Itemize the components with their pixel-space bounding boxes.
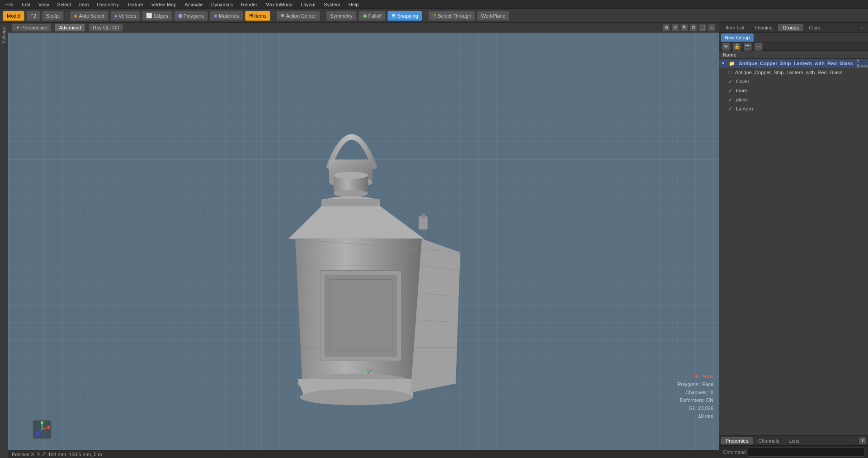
- symmetry-btn[interactable]: Symmetry: [326, 11, 357, 21]
- tab-add-btn[interactable]: +: [858, 24, 866, 31]
- auto-select-btn[interactable]: ◈ Auto Select: [70, 11, 108, 21]
- right-panel-tabs: Item List Shading Groups Clips +: [719, 23, 868, 33]
- menu-view[interactable]: View: [35, 1, 53, 8]
- deformers-label: Deformers: ON: [678, 396, 713, 405]
- svg-line-28: [368, 370, 373, 373]
- item-0-label: Antique_Copper_Ship_Lantern_with_Red_Gla…: [735, 70, 842, 75]
- scene-tree-header: 👁 🔒 📷 ⋯: [719, 43, 868, 51]
- svg-point-5: [334, 190, 368, 197]
- tree-item-4[interactable]: ✓ Lantern: [719, 104, 868, 113]
- name-column-header: Name: [719, 51, 868, 59]
- edges-btn[interactable]: ⬜ Edges: [142, 11, 172, 21]
- separator-4: [425, 11, 425, 20]
- tab-shading[interactable]: Shading: [750, 24, 777, 31]
- viewport-icon-6[interactable]: ≡: [708, 24, 715, 31]
- viewport-icon-5[interactable]: ⛶: [699, 24, 706, 31]
- menu-bar: File Edit View Select Item Geometry Text…: [0, 0, 868, 9]
- polygons-btn[interactable]: ◼ Polygons: [174, 11, 208, 21]
- menu-texture[interactable]: Texture: [123, 1, 147, 8]
- menu-dynamics[interactable]: Dynamics: [208, 1, 236, 8]
- menu-help[interactable]: Help: [345, 1, 363, 8]
- menu-render[interactable]: Render: [237, 1, 261, 8]
- tab-item-list[interactable]: Item List: [721, 24, 749, 31]
- gl-label: GL: 23,026: [678, 405, 713, 413]
- tree-render-btn[interactable]: 📷: [744, 43, 752, 51]
- tab-clips[interactable]: Clips: [804, 24, 824, 31]
- scene-tree: ▼ 📁 Antique_Copper_Ship_Lantern_with_Red…: [719, 59, 868, 247]
- menu-geometry[interactable]: Geometry: [93, 1, 122, 8]
- menu-maxtomodo[interactable]: MaxToModo: [262, 1, 296, 8]
- bpanel-tab-properties[interactable]: Properties: [721, 437, 753, 444]
- polygons-icon: ◼: [178, 13, 182, 19]
- bottom-panel-tabs: Properties Channels Lists + ⬆: [719, 435, 868, 445]
- viewport-icon-1[interactable]: ⊞: [663, 24, 670, 31]
- materials-btn[interactable]: ◈ Materials: [210, 11, 243, 21]
- right-panel: Item List Shading Groups Clips + New Gro…: [719, 23, 868, 458]
- bpanel-tab-lists[interactable]: Lists: [785, 437, 804, 444]
- action-center-icon: ⊕: [280, 13, 284, 19]
- separator-1: [66, 11, 67, 20]
- tree-lock-btn[interactable]: 🔒: [733, 43, 741, 51]
- no-items-label: No Items: [678, 372, 713, 381]
- bpanel-expand-btn[interactable]: ⬆: [859, 437, 866, 444]
- root-folder-icon: 📁: [729, 61, 735, 67]
- tab-groups[interactable]: Groups: [778, 24, 803, 31]
- groups-toolbar: New Group: [719, 33, 868, 43]
- viewport-icon-4[interactable]: ⊡: [690, 24, 697, 31]
- tree-eye-btn[interactable]: 👁: [722, 43, 730, 51]
- menu-file[interactable]: File: [2, 1, 17, 8]
- menu-edit[interactable]: Edit: [18, 1, 34, 8]
- vertices-btn[interactable]: ● Vertices: [110, 11, 141, 21]
- item-4-label: Lantern: [736, 106, 753, 111]
- item-4-check-icon: ✓: [728, 106, 732, 112]
- viewport-bottom-status: Position X, Y, Z: 194 mm, 160.5 mm, 0 m: [8, 450, 719, 458]
- scale-label: 10 mm: [678, 412, 713, 420]
- tree-item-1[interactable]: ✓ Cover: [719, 77, 868, 86]
- separator-3: [323, 11, 323, 20]
- tree-item-0[interactable]: □ Antique_Copper_Ship_Lantern_with_Red_G…: [719, 68, 868, 77]
- svg-point-34: [41, 421, 43, 424]
- menu-layout[interactable]: Layout: [297, 1, 319, 8]
- advanced-btn[interactable]: Advanced: [55, 24, 85, 32]
- separator-2: [273, 11, 274, 20]
- tree-item-2[interactable]: ✓ Inner: [719, 86, 868, 95]
- snapping-icon: ⊞: [392, 13, 396, 19]
- viewport-canvas[interactable]: No Items Polygons : Face Channels : 0 De…: [8, 33, 719, 450]
- menu-system[interactable]: System: [320, 1, 344, 8]
- command-input[interactable]: [748, 448, 864, 457]
- raygl-btn[interactable]: Ray GL: Off: [89, 24, 123, 32]
- tree-root-group[interactable]: ▼ 📁 Antique_Copper_Ship_Lantern_with_Red…: [719, 59, 868, 68]
- sidebar-tab-settings[interactable]: Settings: [0, 24, 7, 46]
- workplane-btn[interactable]: WorkPlane: [477, 11, 509, 21]
- menu-select[interactable]: Select: [53, 1, 75, 8]
- vertices-icon: ●: [114, 13, 118, 19]
- mode-f2-btn[interactable]: F2: [26, 11, 40, 21]
- svg-rect-24: [422, 214, 425, 218]
- tree-more-btn[interactable]: ⋯: [755, 43, 763, 51]
- select-through-btn[interactable]: ⊡ Select Through: [428, 11, 475, 21]
- svg-point-33: [47, 426, 50, 429]
- falloff-btn[interactable]: ◉ Falloff: [359, 11, 386, 21]
- snapping-btn[interactable]: ⊞ Snapping: [387, 11, 422, 21]
- menu-item[interactable]: Item: [75, 1, 92, 8]
- command-bar: Command: [719, 445, 868, 458]
- viewport-icon-2[interactable]: ↺: [672, 24, 679, 31]
- item-1-label: Cover: [736, 79, 749, 84]
- perspective-btn[interactable]: ▼ Perspective: [12, 24, 51, 32]
- items-icon: ⊞: [249, 13, 253, 19]
- left-sidebar: Settings: [0, 23, 8, 458]
- new-group-btn[interactable]: New Group: [721, 33, 754, 42]
- bpanel-tab-add[interactable]: +: [848, 437, 856, 444]
- mode-sculpt-btn[interactable]: Sculpt: [42, 11, 64, 21]
- viewport-icon-3[interactable]: 🔍: [681, 24, 688, 31]
- root-expand-icon: ▼: [721, 61, 725, 66]
- mode-model-btn[interactable]: Model: [3, 11, 24, 21]
- bpanel-tab-channels[interactable]: Channels: [754, 437, 783, 444]
- menu-animate[interactable]: Animate: [181, 1, 206, 8]
- viewport-status: No Items Polygons : Face Channels : 0 De…: [678, 372, 713, 420]
- menu-vertex-map[interactable]: Vertex Map: [148, 1, 180, 8]
- action-center-btn[interactable]: ⊕ Action Center: [276, 11, 320, 21]
- tree-item-3[interactable]: ✓ glass: [719, 95, 868, 104]
- origin-crosshair: [363, 368, 373, 377]
- items-btn[interactable]: ⊞ Items: [245, 11, 271, 21]
